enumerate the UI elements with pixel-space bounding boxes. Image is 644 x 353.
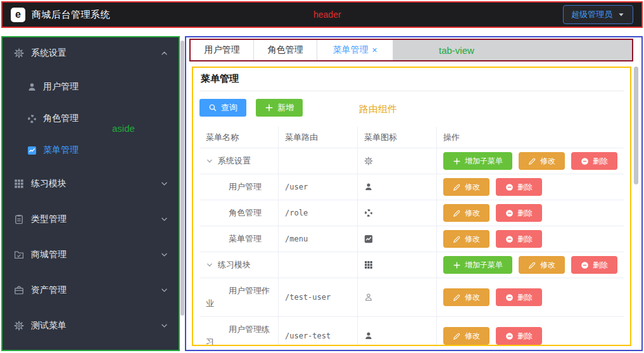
sidebar-item-system-settings[interactable]: 系统设置 bbox=[3, 37, 179, 69]
pen-icon bbox=[453, 293, 461, 302]
edit-button[interactable]: 修改 bbox=[443, 204, 489, 222]
header-annotation-label: header bbox=[313, 10, 341, 20]
sidebar-subitem-user-management[interactable]: 用户管理 bbox=[3, 71, 179, 103]
delete-button-label: 删除 bbox=[517, 182, 533, 193]
add-child-button[interactable]: 增加子菜单 bbox=[443, 152, 512, 170]
suitcase-icon bbox=[14, 285, 24, 295]
delete-button-label: 删除 bbox=[517, 234, 533, 245]
edit-button-label: 修改 bbox=[540, 260, 555, 271]
pen-icon bbox=[528, 157, 536, 165]
menu-route: /user bbox=[285, 183, 308, 191]
edit-button[interactable]: 修改 bbox=[443, 230, 489, 248]
edit-button-label: 修改 bbox=[465, 292, 480, 303]
user-icon bbox=[27, 82, 37, 92]
chart-icon bbox=[364, 234, 373, 243]
pen-icon bbox=[453, 209, 461, 217]
menu-name: 用户管理作业 bbox=[206, 285, 272, 310]
sidebar-item-label: 练习模块 bbox=[31, 178, 66, 189]
sidebar-item-mall-management[interactable]: 商城管理 bbox=[3, 237, 179, 273]
delete-button[interactable]: 删除 bbox=[496, 178, 542, 196]
tab-bar: 用户管理角色管理菜单管理× tab-view bbox=[189, 39, 633, 61]
table-row: 练习模块增加子菜单修改删除 bbox=[199, 252, 624, 278]
remove-icon bbox=[505, 209, 514, 217]
sidebar-subitem-menu-management[interactable]: 菜单管理 bbox=[3, 134, 179, 166]
edit-button-label: 修改 bbox=[540, 156, 555, 167]
sidebar-submenu: 用户管理角色管理菜单管理 bbox=[3, 71, 179, 166]
content-scrollbar[interactable] bbox=[634, 67, 638, 184]
sidebar-scrollbar[interactable] bbox=[180, 41, 184, 316]
tab-view-annotation-label: tab-view bbox=[439, 45, 474, 56]
sidebar-item-asset-management[interactable]: 资产管理 bbox=[3, 273, 179, 308]
expand-arrow-icon[interactable] bbox=[206, 261, 213, 269]
app-window: e 商城后台管理系统 header 超级管理员 系统设置用户管理角色管理菜单管理… bbox=[0, 0, 644, 353]
edit-button[interactable]: 修改 bbox=[519, 256, 565, 274]
edit-button[interactable]: 修改 bbox=[443, 327, 489, 345]
delete-button[interactable]: 删除 bbox=[571, 256, 617, 274]
tab-bar-filler: tab-view bbox=[393, 40, 632, 60]
delete-button[interactable]: 删除 bbox=[571, 152, 617, 170]
gear-icon bbox=[14, 321, 24, 331]
grid-icon bbox=[14, 179, 24, 189]
query-button[interactable]: 查询 bbox=[199, 99, 246, 117]
clipboard-icon bbox=[14, 214, 24, 224]
pen-icon bbox=[453, 235, 461, 243]
lifebuoy-icon bbox=[27, 114, 37, 124]
sidebar-item-type-management[interactable]: 类型管理 bbox=[3, 202, 179, 237]
menu-route: /user-test bbox=[285, 331, 331, 340]
menu-table: 菜单名称菜单路由菜单图标操作系统设置增加子菜单修改删除用户管理/user修改删除… bbox=[199, 127, 624, 346]
plus-icon bbox=[453, 157, 461, 165]
tab-user-management[interactable]: 用户管理 bbox=[191, 40, 254, 60]
menu-name: 用户管理 bbox=[206, 181, 272, 193]
tab-close-icon[interactable]: × bbox=[372, 46, 377, 55]
router-view-content: 菜单管理 查询 新增 路由组件 菜单名称菜单路由菜单图标操作系统设置增加子菜单修… bbox=[192, 67, 631, 346]
folder-check-icon bbox=[14, 250, 24, 260]
admin-dropdown-label: 超级管理员 bbox=[571, 9, 612, 20]
remove-icon bbox=[505, 235, 514, 243]
chevron-down-icon bbox=[160, 322, 168, 330]
query-button-label: 查询 bbox=[221, 102, 237, 113]
column-header: 操作 bbox=[437, 127, 624, 148]
delete-button-label: 删除 bbox=[593, 260, 608, 271]
edit-button[interactable]: 修改 bbox=[443, 288, 489, 306]
row-actions: 修改删除 bbox=[437, 226, 624, 252]
add-button[interactable]: 新增 bbox=[256, 99, 303, 117]
row-actions: 增加子菜单修改删除 bbox=[437, 148, 624, 174]
admin-dropdown-button[interactable]: 超级管理员 bbox=[563, 5, 633, 24]
tab-role-management[interactable]: 角色管理 bbox=[254, 40, 317, 60]
app-logo-icon: e bbox=[11, 8, 25, 22]
chart-icon bbox=[27, 146, 37, 155]
sidebar-subitem-role-management[interactable]: 角色管理 bbox=[3, 103, 179, 134]
menu-route: /role bbox=[285, 209, 308, 217]
search-icon bbox=[208, 103, 217, 112]
sidebar-item-label: 资产管理 bbox=[31, 285, 66, 296]
tab-menu-management[interactable]: 菜单管理× bbox=[317, 40, 393, 60]
sidebar-item-practice-module[interactable]: 练习模块 bbox=[3, 166, 179, 202]
sidebar-subitem-label: 用户管理 bbox=[43, 81, 79, 93]
add-child-button[interactable]: 增加子菜单 bbox=[443, 256, 512, 274]
sidebar-subitem-label: 菜单管理 bbox=[43, 144, 79, 156]
delete-button[interactable]: 删除 bbox=[496, 327, 542, 345]
table-row: 系统设置增加子菜单修改删除 bbox=[199, 148, 624, 174]
edit-button-label: 修改 bbox=[465, 331, 480, 342]
gear-icon bbox=[14, 48, 24, 58]
menu-route: /test-user bbox=[285, 293, 331, 302]
delete-button[interactable]: 删除 bbox=[496, 288, 542, 306]
expand-arrow-icon[interactable] bbox=[206, 157, 213, 165]
edit-button-label: 修改 bbox=[465, 182, 480, 193]
delete-button[interactable]: 删除 bbox=[496, 230, 542, 248]
edit-button[interactable]: 修改 bbox=[443, 178, 489, 196]
sidebar-item-label: 测试菜单 bbox=[31, 320, 66, 331]
pen-icon bbox=[453, 332, 461, 340]
add-button-label: 新增 bbox=[277, 102, 294, 113]
plus-icon bbox=[265, 103, 274, 112]
delete-button[interactable]: 删除 bbox=[496, 204, 542, 222]
page-title: 菜单管理 bbox=[199, 72, 624, 91]
menu-name: 菜单管理 bbox=[206, 233, 272, 245]
remove-icon bbox=[581, 261, 589, 269]
row-actions: 修改删除 bbox=[437, 278, 624, 316]
sidebar: 系统设置用户管理角色管理菜单管理练习模块类型管理商城管理资产管理测试菜单 asi… bbox=[1, 36, 180, 351]
delete-button-label: 删除 bbox=[517, 331, 533, 342]
menu-name: 练习模块 bbox=[218, 259, 251, 271]
sidebar-item-test-menu[interactable]: 测试菜单 bbox=[3, 308, 179, 343]
edit-button[interactable]: 修改 bbox=[519, 152, 565, 170]
